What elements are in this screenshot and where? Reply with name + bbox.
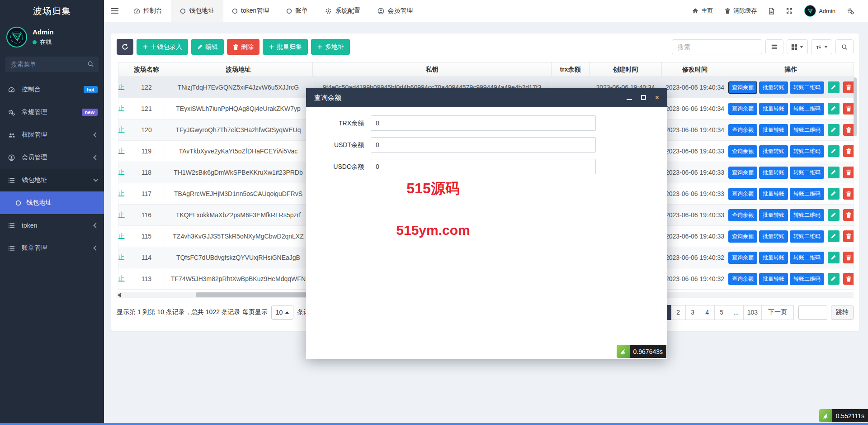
row-action-query-balance[interactable]: 查询余额 — [728, 124, 757, 136]
row-action-batch-transfer[interactable]: 批量转账 — [759, 188, 788, 200]
row-stop-link[interactable]: 止 — [118, 168, 125, 177]
row-action-transfer-qrcode[interactable]: 转账二维码 — [790, 273, 824, 285]
row-delete-button[interactable] — [843, 167, 854, 178]
row-edit-button[interactable] — [828, 81, 840, 93]
row-action-batch-transfer[interactable]: 批量转账 — [759, 230, 788, 243]
menu-search-input[interactable] — [5, 57, 99, 72]
row-stop-link[interactable]: 止 — [118, 232, 125, 240]
row-action-query-balance[interactable]: 查询余额 — [728, 209, 757, 221]
row-action-query-balance[interactable]: 查询余额 — [728, 230, 757, 243]
row-edit-button[interactable] — [828, 273, 840, 285]
multi-address-button[interactable]: 多地址 — [311, 39, 350, 55]
row-action-batch-transfer[interactable]: 批量转账 — [759, 209, 788, 221]
hamburger-menu-icon[interactable] — [104, 0, 125, 22]
row-action-transfer-qrcode[interactable]: 转账二维码 — [790, 167, 824, 179]
navbar-settings[interactable] — [841, 0, 860, 22]
column-header[interactable] — [118, 62, 129, 77]
sidebar-item-bill[interactable]: 账单管理 — [0, 237, 104, 259]
row-action-query-balance[interactable]: 查询余额 — [728, 103, 757, 115]
dialog-titlebar[interactable]: 查询余额 × — [306, 88, 667, 107]
toggle-view-button[interactable] — [765, 39, 783, 54]
minimize-icon[interactable] — [627, 95, 632, 101]
table-vertical-scrollbar[interactable] — [854, 77, 857, 136]
scroll-left-arrow-icon[interactable] — [118, 293, 121, 297]
usdc-balance-input[interactable] — [371, 159, 596, 174]
add-main-wallet-button[interactable]: 主钱包录入 — [137, 39, 188, 55]
row-action-batch-transfer[interactable]: 批量转账 — [759, 81, 788, 94]
page-2[interactable]: 2 — [671, 305, 686, 320]
exec-time-badge[interactable]: 0.967643s — [617, 345, 666, 358]
page-3[interactable]: 3 — [686, 305, 700, 320]
row-delete-button[interactable] — [843, 230, 854, 242]
page-5[interactable]: 5 — [715, 305, 729, 320]
row-edit-button[interactable] — [828, 230, 840, 242]
row-delete-button[interactable] — [843, 188, 854, 200]
tab-member[interactable]: 会员管理 — [369, 0, 421, 22]
close-icon[interactable]: × — [655, 94, 659, 101]
sidebar-item-dashboard[interactable]: 控制台 hot — [0, 78, 104, 101]
row-action-batch-transfer[interactable]: 批量转账 — [759, 124, 788, 136]
jump-page-input[interactable] — [798, 306, 827, 320]
columns-button[interactable] — [787, 39, 808, 54]
sidebar-item-general[interactable]: 常规管理 new — [0, 101, 104, 124]
row-action-batch-transfer[interactable]: 批量转账 — [759, 273, 788, 285]
row-action-query-balance[interactable]: 查询余额 — [728, 188, 757, 200]
row-action-transfer-qrcode[interactable]: 转账二维码 — [790, 81, 824, 94]
row-action-transfer-qrcode[interactable]: 转账二维码 — [790, 252, 824, 264]
tab-token[interactable]: token管理 — [223, 0, 278, 22]
row-edit-button[interactable] — [828, 252, 840, 263]
delete-button[interactable]: 删除 — [227, 39, 259, 55]
row-action-transfer-qrcode[interactable]: 转账二维码 — [790, 145, 824, 158]
row-stop-link[interactable]: 止 — [118, 83, 125, 91]
row-delete-button[interactable] — [843, 209, 854, 221]
row-action-query-balance[interactable]: 查询余额 — [728, 145, 757, 158]
page-4[interactable]: 4 — [700, 305, 715, 320]
row-edit-button[interactable] — [828, 188, 840, 200]
row-edit-button[interactable] — [828, 167, 840, 178]
sidebar-item-permission[interactable]: 权限管理 — [0, 124, 104, 146]
row-action-transfer-qrcode[interactable]: 转账二维码 — [790, 188, 824, 200]
row-stop-link[interactable]: 止 — [118, 253, 125, 262]
column-header[interactable]: 创建时间 — [590, 62, 662, 77]
row-action-transfer-qrcode[interactable]: 转账二维码 — [790, 209, 824, 221]
row-action-batch-transfer[interactable]: 批量转账 — [759, 167, 788, 179]
page-exec-time-badge[interactable]: 0.552111s — [819, 409, 868, 422]
trx-balance-input[interactable] — [371, 115, 596, 131]
row-action-query-balance[interactable]: 查询余额 — [728, 81, 757, 94]
next-page-button[interactable]: 下一页 — [762, 305, 794, 320]
row-action-transfer-qrcode[interactable]: 转账二维码 — [790, 230, 824, 243]
tab-system-config[interactable]: 系统配置 — [316, 0, 369, 22]
page-size-select[interactable]: 10 — [271, 306, 294, 320]
row-action-query-balance[interactable]: 查询余额 — [728, 273, 757, 285]
column-header[interactable]: 操作 — [728, 62, 854, 77]
sidebar-subitem-wallet-address[interactable]: 钱包地址 — [0, 191, 104, 214]
edit-button[interactable]: 编辑 — [191, 39, 224, 55]
row-delete-button[interactable] — [843, 273, 854, 285]
column-header[interactable]: 私钥 — [313, 62, 552, 77]
navbar-fullscreen[interactable] — [780, 0, 798, 22]
row-stop-link[interactable]: 止 — [118, 126, 125, 134]
export-button[interactable] — [811, 39, 832, 54]
row-action-transfer-qrcode[interactable]: 转账二维码 — [790, 103, 824, 115]
tab-bill[interactable]: 账单 — [278, 0, 316, 22]
table-search-input[interactable] — [672, 39, 762, 54]
sidebar-item-member[interactable]: 会员管理 — [0, 146, 104, 169]
navbar-home[interactable]: 主页 — [686, 0, 719, 22]
row-stop-link[interactable]: 止 — [118, 105, 125, 113]
navbar-page-refresh[interactable] — [763, 0, 780, 22]
column-header[interactable]: trx余额 — [552, 62, 590, 77]
row-stop-link[interactable]: 止 — [118, 211, 125, 219]
row-stop-link[interactable]: 止 — [118, 147, 125, 155]
column-header[interactable]: 波场名称 — [129, 62, 164, 77]
row-delete-button[interactable] — [843, 145, 854, 157]
search-toggle-button[interactable] — [835, 39, 854, 54]
sidebar-item-wallet[interactable]: 钱包地址 — [0, 169, 104, 191]
row-edit-button[interactable] — [828, 209, 840, 221]
batch-collect-button[interactable]: 批量归集 — [263, 39, 308, 55]
row-delete-button[interactable] — [843, 252, 854, 263]
refresh-button[interactable] — [117, 39, 133, 55]
row-action-batch-transfer[interactable]: 批量转账 — [759, 145, 788, 158]
navbar-admin-user[interactable]: Admin — [798, 0, 841, 22]
tab-dashboard[interactable]: 控制台 — [125, 0, 171, 22]
row-stop-link[interactable]: 止 — [118, 190, 125, 198]
